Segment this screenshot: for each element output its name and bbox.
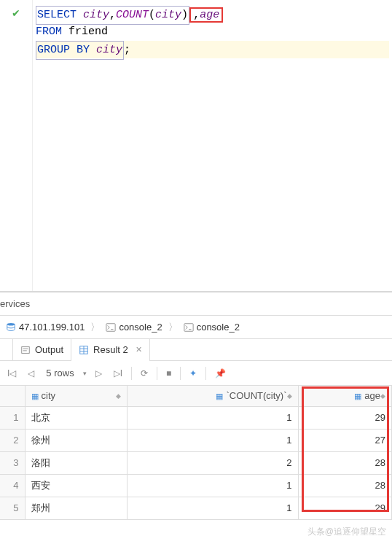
results-table: ▦city◆ ▦`COUNT(city)`◆ ▦age◆ 1北京1292徐州12… — [0, 386, 392, 520]
row-header-corner — [0, 386, 25, 406]
cell-count[interactable]: 1 — [127, 406, 298, 429]
column-header-city[interactable]: ▦city◆ — [25, 386, 127, 406]
table-row[interactable]: 4西安128 — [0, 474, 392, 497]
sql-table: friend — [68, 26, 108, 38]
column-header-age[interactable]: ▦age◆ — [298, 386, 392, 406]
cell-count[interactable]: 1 — [127, 474, 298, 497]
sql-editor[interactable]: SELECT city,COUNT(city),age FROM friend … — [33, 0, 392, 291]
output-icon — [20, 345, 31, 355]
column-header-count[interactable]: ▦`COUNT(city)`◆ — [127, 386, 298, 406]
sort-icon[interactable]: ◆ — [380, 392, 385, 400]
rows-count-label: 5 rows — [43, 368, 77, 378]
cell-age[interactable]: 28 — [298, 474, 392, 497]
sql-column: city — [96, 44, 122, 56]
prev-page-button[interactable]: ◁ — [25, 367, 37, 380]
column-icon: ▦ — [354, 392, 361, 400]
column-icon: ▦ — [216, 392, 223, 400]
cell-city[interactable]: 郑州 — [25, 497, 127, 519]
pin-button[interactable]: 📌 — [212, 367, 229, 380]
row-number: 5 — [0, 497, 25, 519]
sql-function: COUNT — [116, 9, 149, 21]
watermark: 头条@追逐仰望星空 — [307, 526, 386, 538]
next-page-button[interactable]: ▷ — [93, 367, 105, 380]
table-row[interactable]: 3洛阳228 — [0, 451, 392, 474]
first-page-button[interactable]: I◁ — [4, 367, 19, 380]
chevron-right-icon: 〉 — [90, 321, 100, 334]
breadcrumb-server[interactable]: 47.101.199.101 — [3, 320, 87, 334]
svg-point-0 — [7, 322, 15, 325]
table-row[interactable]: 5郑州129 — [0, 497, 392, 519]
sql-column: city — [83, 9, 109, 21]
console-icon — [184, 322, 194, 333]
cell-city[interactable]: 北京 — [25, 406, 127, 429]
cell-city[interactable]: 徐州 — [25, 429, 127, 451]
cell-city[interactable]: 洛阳 — [25, 451, 127, 474]
row-number: 2 — [0, 429, 25, 451]
cell-city[interactable]: 西安 — [25, 474, 127, 497]
breadcrumb-console2[interactable]: console_2 — [181, 320, 243, 334]
last-page-button[interactable]: ▷I — [111, 367, 125, 380]
svg-rect-3 — [22, 346, 30, 353]
breadcrumb: 47.101.199.101 〉 console_2 〉 console_2 — [0, 316, 392, 339]
svg-rect-2 — [184, 323, 193, 331]
close-icon[interactable]: ✕ — [136, 345, 142, 354]
table-row[interactable]: 1北京129 — [0, 406, 392, 429]
table-icon — [79, 345, 89, 355]
sql-keyword: SELECT — [37, 9, 77, 21]
chevron-right-icon: 〉 — [168, 321, 178, 334]
cell-count[interactable]: 2 — [127, 451, 298, 474]
stop-button[interactable]: ■ — [163, 367, 174, 380]
sort-icon[interactable]: ◆ — [116, 392, 121, 400]
tabs-left-strip — [3, 339, 13, 361]
row-number: 1 — [0, 406, 25, 429]
cell-age[interactable]: 29 — [298, 497, 392, 519]
column-icon: ▦ — [31, 392, 39, 400]
row-number: 4 — [0, 474, 25, 497]
breadcrumb-console1[interactable]: console_2 — [103, 320, 165, 334]
submit-button[interactable]: ✦ — [187, 367, 200, 380]
table-row[interactable]: 2徐州127 — [0, 429, 392, 451]
tab-result[interactable]: Result 2 ✕ — [71, 339, 150, 361]
database-icon — [6, 322, 16, 333]
highlighted-sql-fragment: ,age — [189, 7, 223, 23]
status-check-icon: ✔ — [12, 7, 20, 19]
cell-count[interactable]: 1 — [127, 429, 298, 451]
row-number: 3 — [0, 451, 25, 474]
cell-age[interactable]: 27 — [298, 429, 392, 451]
sql-keyword: GROUP BY — [37, 44, 90, 56]
sort-icon[interactable]: ◆ — [287, 392, 292, 400]
cell-count[interactable]: 1 — [127, 497, 298, 519]
chevron-down-icon[interactable]: ▾ — [83, 370, 87, 377]
tab-output[interactable]: Output — [13, 339, 71, 361]
cell-age[interactable]: 28 — [298, 451, 392, 474]
console-icon — [106, 322, 116, 333]
cell-age[interactable]: 29 — [298, 406, 392, 429]
sql-keyword: FROM — [36, 26, 62, 38]
reload-button[interactable]: ⟳ — [138, 367, 151, 380]
services-panel-label: ervices — [0, 292, 392, 316]
svg-rect-1 — [106, 323, 115, 331]
